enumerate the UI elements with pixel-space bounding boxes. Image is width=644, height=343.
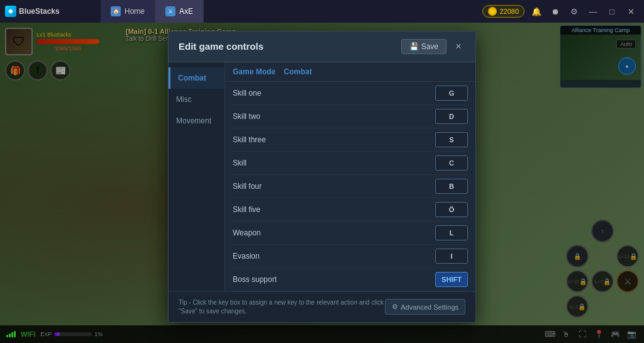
coin-display: ● 22080 xyxy=(482,5,525,18)
control-row: Skill fourB xyxy=(233,175,468,198)
section-combat-label: Combat xyxy=(284,67,312,76)
control-name-0: Skill one xyxy=(233,89,261,98)
close-button[interactable]: ✕ xyxy=(624,4,638,18)
control-name-7: Evasion xyxy=(233,252,260,261)
key-box-5[interactable]: Ö xyxy=(435,202,468,217)
modal-header: Edit game controls 💾 Save × xyxy=(169,31,475,62)
sidebar-item-combat[interactable]: Combat xyxy=(169,67,225,89)
tab-axe[interactable]: ⚔ AxE xyxy=(155,0,204,23)
key-box-7[interactable]: I xyxy=(435,249,468,264)
bluestacks-logo xyxy=(5,6,16,17)
home-tab-icon: 🏠 xyxy=(111,6,121,16)
control-name-4: Skill four xyxy=(233,182,262,191)
control-name-5: Skill five xyxy=(233,205,260,214)
save-button[interactable]: 💾 Save xyxy=(401,39,447,54)
tab-axe-label: AxE xyxy=(179,7,193,16)
advanced-settings-label: Advanced Settings xyxy=(401,303,458,311)
record-button[interactable]: ⏺ xyxy=(548,4,562,18)
control-row: EvasionI xyxy=(233,245,468,268)
key-box-1[interactable]: D xyxy=(435,109,468,124)
modal-overlay: Edit game controls 💾 Save × Combat Misc … xyxy=(0,23,644,343)
key-box-0[interactable]: G xyxy=(435,86,468,101)
content-section-label: Game Mode Combat xyxy=(225,62,475,82)
tab-home[interactable]: 🏠 Home xyxy=(101,0,155,23)
modal-header-right: 💾 Save × xyxy=(401,39,465,54)
modal-title: Edit game controls xyxy=(179,41,264,52)
tab-home-label: Home xyxy=(125,7,145,16)
tip-text: Tip - Click the key box to assign a new … xyxy=(179,298,385,316)
game-mode-label: Game Mode xyxy=(233,67,275,76)
save-label: Save xyxy=(421,42,438,51)
axe-tab-icon: ⚔ xyxy=(165,6,175,16)
settings-button[interactable]: ⚙ xyxy=(567,4,581,18)
control-row: Skill oneG xyxy=(233,82,468,105)
minimize-button[interactable]: — xyxy=(586,4,600,18)
advanced-settings-icon: ⚙ xyxy=(392,303,398,311)
modal-body: Combat Misc Movement Game Mode Combat Sk… xyxy=(169,62,475,291)
control-row: Skill threeS xyxy=(233,128,468,152)
sidebar-item-misc[interactable]: Misc xyxy=(169,89,225,110)
controls-list: Skill oneGSkill twoDSkill threeSSkillCSk… xyxy=(225,82,475,291)
control-name-1: Skill two xyxy=(233,112,260,121)
coin-value: 22080 xyxy=(499,8,519,15)
advanced-settings-button[interactable]: ⚙ Advanced Settings xyxy=(385,299,465,315)
game-area: 🛡 Lv1 Blustacks 1065/1065 🎁 f 📰 [Main] 0… xyxy=(0,23,644,343)
key-box-8[interactable]: SHIFT xyxy=(435,272,468,287)
edit-controls-modal: Edit game controls 💾 Save × Combat Misc … xyxy=(168,31,476,323)
control-row: Boss supportSHIFT xyxy=(233,268,468,291)
coin-icon: ● xyxy=(488,7,497,16)
top-bar-right: ● 22080 🔔 ⏺ ⚙ — □ ✕ xyxy=(476,4,644,18)
key-box-6[interactable]: L xyxy=(435,225,468,240)
key-box-3[interactable]: C xyxy=(435,155,468,171)
modal-sidebar: Combat Misc Movement xyxy=(169,62,225,291)
modal-close-button[interactable]: × xyxy=(452,40,465,53)
control-row: Skill fiveÖ xyxy=(233,198,468,222)
control-row: SkillC xyxy=(233,152,468,175)
control-name-2: Skill three xyxy=(233,135,266,144)
key-box-2[interactable]: S xyxy=(435,132,468,147)
modal-footer: Tip - Click the key box to assign a new … xyxy=(169,291,475,322)
maximize-button[interactable]: □ xyxy=(605,4,619,18)
top-bar: BlueStacks 🏠 Home ⚔ AxE ● 22080 🔔 ⏺ ⚙ — … xyxy=(0,0,644,23)
brand-label: BlueStacks xyxy=(19,7,60,16)
key-box-4[interactable]: B xyxy=(435,179,468,194)
svg-marker-0 xyxy=(8,9,13,14)
sidebar-item-movement[interactable]: Movement xyxy=(169,110,225,132)
control-name-6: Weapon xyxy=(233,228,260,237)
modal-content-area: Game Mode Combat Skill oneGSkill twoDSki… xyxy=(225,62,475,291)
top-bar-brand-section: BlueStacks xyxy=(0,6,101,17)
tab-bar: 🏠 Home ⚔ AxE xyxy=(101,0,476,23)
control-row: WeaponL xyxy=(233,222,468,245)
save-icon: 💾 xyxy=(409,42,419,51)
bell-button[interactable]: 🔔 xyxy=(530,4,543,18)
control-name-8: Boss support xyxy=(233,275,277,284)
control-row: Skill twoD xyxy=(233,105,468,128)
control-name-3: Skill xyxy=(233,159,247,167)
